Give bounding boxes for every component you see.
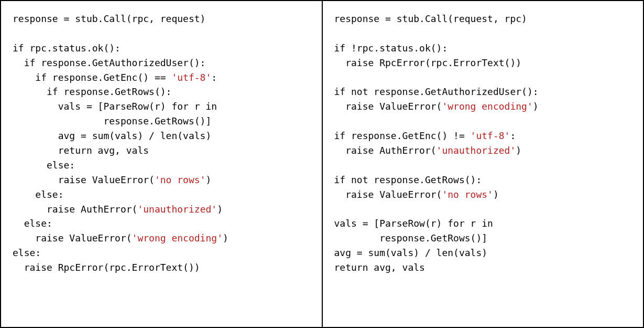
code-text: ) bbox=[493, 189, 499, 200]
code-text: ) bbox=[223, 232, 228, 244]
code-line: if response.GetEnc() != bbox=[334, 130, 471, 141]
code-line: raise RpcError(rpc.ErrorText()) bbox=[334, 57, 522, 68]
code-text: : bbox=[211, 72, 217, 83]
code-line: avg = sum(vals) / len(vals) bbox=[13, 130, 211, 141]
code-comparison-container: response = stub.Call(rpc, request) if rp… bbox=[0, 0, 644, 328]
code-line: vals = [ParseRow(r) for r in bbox=[13, 101, 217, 112]
string-literal: 'utf-8' bbox=[171, 72, 211, 83]
code-text: ) bbox=[217, 204, 223, 215]
code-line: if response.GetEnc() == bbox=[13, 72, 171, 83]
code-line: raise ValueError( bbox=[334, 189, 442, 200]
code-line: response.GetRows()] bbox=[13, 115, 211, 126]
code-line: else: bbox=[13, 218, 52, 229]
code-line: if response.GetAuthorizedUser(): bbox=[13, 57, 205, 68]
code-line: else: bbox=[13, 247, 41, 258]
right-code-panel: response = stub.Call(request, rpc) if !r… bbox=[323, 1, 643, 327]
string-literal: 'utf-8' bbox=[471, 130, 510, 141]
code-line: avg = sum(vals) / len(vals) bbox=[334, 247, 488, 258]
code-text: ) bbox=[205, 174, 211, 185]
code-line: if rpc.status.ok(): bbox=[13, 43, 121, 54]
code-line: response.GetRows()] bbox=[334, 232, 488, 244]
code-line: raise AuthError( bbox=[13, 204, 137, 215]
code-text: ) bbox=[516, 145, 521, 156]
code-line: response = stub.Call(request, rpc) bbox=[334, 13, 527, 24]
code-text: : bbox=[510, 130, 516, 141]
string-literal: 'no rows' bbox=[155, 174, 206, 185]
code-line: raise RpcError(rpc.ErrorText()) bbox=[13, 262, 200, 273]
code-line: else: bbox=[13, 189, 64, 200]
code-line: vals = [ParseRow(r) for r in bbox=[334, 218, 493, 229]
code-line: raise AuthError( bbox=[334, 145, 436, 156]
code-line: response = stub.Call(rpc, request) bbox=[13, 13, 205, 24]
code-line: if not response.GetAuthorizedUser(): bbox=[334, 86, 539, 97]
code-line: if not response.GetRows(): bbox=[334, 174, 482, 185]
code-line: raise ValueError( bbox=[334, 101, 442, 112]
code-line: raise ValueError( bbox=[13, 232, 132, 244]
code-line: raise ValueError( bbox=[13, 174, 155, 185]
string-literal: 'no rows' bbox=[442, 189, 493, 200]
code-line: else: bbox=[13, 160, 75, 171]
code-line: return avg, vals bbox=[13, 145, 149, 156]
string-literal: 'unauthorized' bbox=[137, 204, 217, 215]
code-line: return avg, vals bbox=[334, 262, 425, 273]
code-text: ) bbox=[533, 101, 539, 112]
string-literal: 'unauthorized' bbox=[436, 145, 516, 156]
code-line: if response.GetRows(): bbox=[13, 86, 171, 97]
left-code-panel: response = stub.Call(rpc, request) if rp… bbox=[1, 1, 323, 327]
string-literal: 'wrong encoding' bbox=[442, 101, 532, 112]
string-literal: 'wrong encoding' bbox=[132, 232, 223, 244]
code-line: if !rpc.status.ok(): bbox=[334, 43, 448, 54]
